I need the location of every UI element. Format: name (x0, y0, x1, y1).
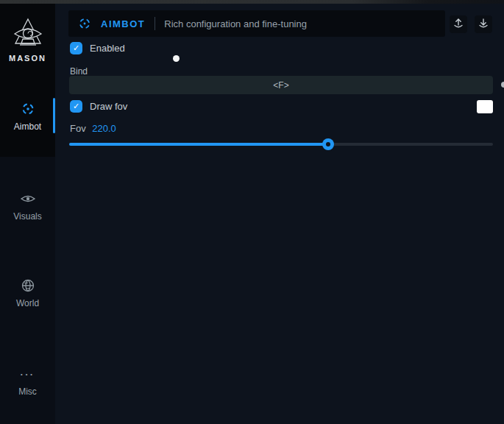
import-config-button[interactable] (475, 15, 492, 33)
draw-fov-label: Draw fov (90, 101, 127, 112)
bind-key-field[interactable]: <F> (69, 76, 493, 94)
fov-color-swatch[interactable] (477, 100, 493, 113)
draw-fov-row: ✓ Draw fov (70, 100, 127, 113)
header-separator (155, 17, 155, 30)
crosshair-icon (78, 17, 91, 30)
sidebar-item-world[interactable]: World (0, 278, 55, 309)
fov-slider-fill (69, 143, 328, 146)
enabled-label: Enabled (90, 43, 125, 54)
download-icon (478, 17, 489, 32)
fov-slider[interactable] (69, 138, 493, 150)
fov-value-row: Fov 220.0 (70, 123, 116, 134)
mason-menu-window: MASON Aimbot Visuals (0, 0, 504, 424)
eye-icon (0, 191, 55, 206)
section-header: AIMBOT Rich configuration and fine-tunin… (68, 10, 445, 37)
sidebar-item-aimbot[interactable]: Aimbot (0, 102, 55, 132)
fov-slider-handle[interactable] (322, 138, 334, 150)
bind-key-value: <F> (273, 80, 288, 91)
sidebar-item-misc[interactable]: ... Misc (0, 367, 55, 398)
upload-icon (452, 17, 464, 32)
check-icon: ✓ (73, 44, 79, 52)
globe-icon (0, 278, 55, 293)
sidebar-item-visuals[interactable]: Visuals (0, 191, 55, 222)
section-subtitle: Rich configuration and fine-tuning (164, 18, 307, 29)
brand-name: MASON (0, 54, 55, 63)
ellipsis-icon: ... (0, 367, 55, 381)
bind-label: Bind (70, 66, 88, 77)
check-icon: ✓ (73, 102, 79, 110)
draw-fov-checkbox[interactable]: ✓ (70, 100, 82, 113)
sidebar: MASON Aimbot Visuals (0, 4, 55, 424)
crosshair-icon (0, 102, 55, 116)
fov-value: 220.0 (92, 123, 116, 134)
enabled-checkbox[interactable]: ✓ (70, 42, 82, 54)
brand-logo: MASON (0, 17, 55, 63)
export-config-button[interactable] (450, 15, 467, 33)
fov-label: Fov (70, 123, 86, 134)
bind-field-cursor-dot (501, 82, 504, 88)
mason-pyramid-eye-icon (0, 17, 55, 51)
sidebar-item-label: Visuals (13, 211, 41, 222)
enabled-row: ✓ Enabled (70, 42, 125, 54)
sidebar-item-label: Misc (18, 386, 37, 397)
mouse-cursor-dot (173, 55, 180, 62)
sidebar-item-label: Aimbot (14, 121, 41, 132)
section-title: AIMBOT (101, 18, 145, 29)
main-panel: AIMBOT Rich configuration and fine-tunin… (55, 4, 504, 424)
sidebar-item-label: World (16, 298, 39, 308)
